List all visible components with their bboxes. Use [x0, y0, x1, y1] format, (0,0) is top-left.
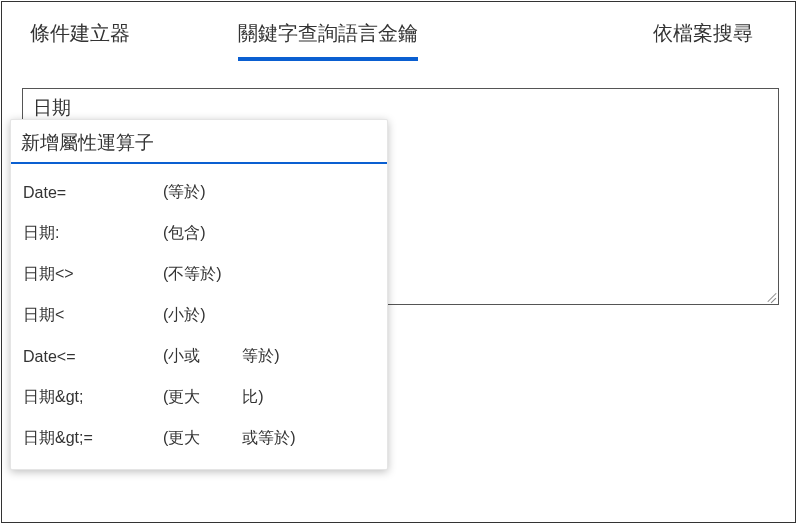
operator-desc: (等於): [163, 182, 206, 203]
tab-search-by-file[interactable]: 依檔案搜尋: [653, 20, 753, 61]
operator-desc: (包含): [163, 223, 206, 244]
dropdown-item[interactable]: Date= (等於): [11, 172, 387, 213]
tab-kql[interactable]: 關鍵字查詢語言金鑰: [238, 20, 418, 61]
query-text-content: 日期: [33, 95, 71, 121]
dropdown-item[interactable]: 日期< (小於): [11, 295, 387, 336]
operator-key: Date<=: [23, 348, 163, 366]
tab-bar: 條件建立器 關鍵字查詢語言金鑰 依檔案搜尋: [2, 2, 795, 61]
dropdown-header: 新增屬性運算子: [11, 120, 387, 164]
window-frame: 條件建立器 關鍵字查詢語言金鑰 依檔案搜尋 日期 新增屬性運算子 Date= (…: [1, 1, 796, 523]
operator-key: 日期<: [23, 305, 163, 326]
operator-desc: (小或: [163, 346, 200, 367]
tab-condition-builder[interactable]: 條件建立器: [30, 20, 130, 61]
dropdown-item[interactable]: Date<= (小或 等於): [11, 336, 387, 377]
dropdown-item[interactable]: 日期&gt;= (更大 或等於): [11, 418, 387, 459]
operator-desc: (更大: [163, 428, 200, 449]
dropdown-items: Date= (等於) 日期: (包含) 日期<> (不等於) 日期< (小於) …: [11, 164, 387, 469]
resize-handle-icon: [762, 288, 776, 302]
operator-desc: (不等於): [163, 264, 222, 285]
operator-key: Date=: [23, 184, 163, 202]
dropdown-item[interactable]: 日期&gt; (更大 比): [11, 377, 387, 418]
operator-key: 日期:: [23, 223, 163, 244]
operator-desc-extra: 比): [242, 387, 263, 408]
operator-key: 日期&gt;=: [23, 428, 163, 449]
dropdown-item[interactable]: 日期<> (不等於): [11, 254, 387, 295]
operator-desc: (更大: [163, 387, 200, 408]
operator-key: 日期&gt;: [23, 387, 163, 408]
operator-desc-extra: 等於): [242, 346, 279, 367]
operator-desc: (小於): [163, 305, 206, 326]
dropdown-item[interactable]: 日期: (包含): [11, 213, 387, 254]
operator-suggestion-dropdown: 新增屬性運算子 Date= (等於) 日期: (包含) 日期<> (不等於) 日…: [10, 119, 388, 470]
operator-desc-extra: 或等於): [242, 428, 295, 449]
operator-key: 日期<>: [23, 264, 163, 285]
